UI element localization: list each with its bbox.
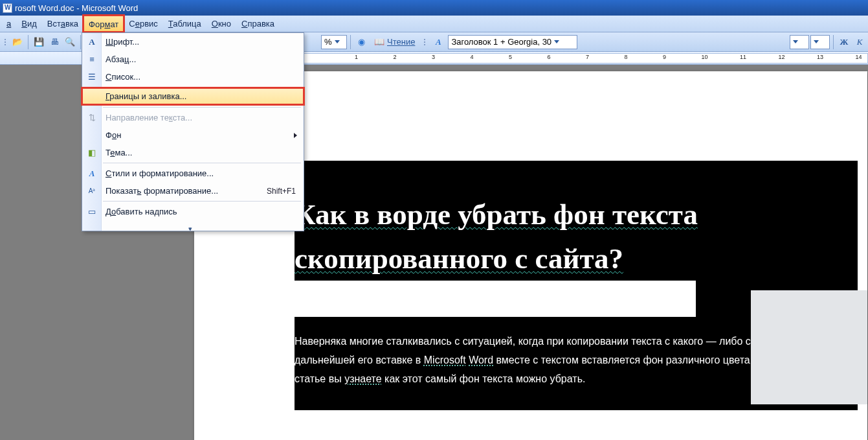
ruler-tick: 11 xyxy=(740,54,746,60)
menu-table[interactable]: Таблица xyxy=(163,16,206,32)
app-icon xyxy=(3,3,12,13)
menu-item-font[interactable]: A Шрифт... xyxy=(82,33,304,51)
chevron-down-icon xyxy=(554,40,559,43)
reading-view-button[interactable]: 📖 Чтение xyxy=(370,35,419,49)
toolbar-separator xyxy=(80,35,81,49)
menu-help[interactable]: Справка xyxy=(236,16,280,32)
save-button[interactable]: 💾 xyxy=(32,35,46,49)
menu-view[interactable]: Вид xyxy=(16,16,42,32)
help-button[interactable]: ◉ xyxy=(354,35,368,49)
menu-file-partial[interactable]: а xyxy=(1,16,16,32)
toolbar-grip-icon[interactable] xyxy=(423,39,427,45)
ruler-tick: 13 xyxy=(817,54,823,60)
ruler-tick: 3 xyxy=(432,54,435,60)
reading-label: Чтение xyxy=(387,37,415,47)
ruler-tick: 12 xyxy=(779,54,785,60)
italic-button[interactable]: К xyxy=(852,35,867,49)
print-button[interactable]: 🖶 xyxy=(47,35,61,49)
menu-format[interactable]: Формат xyxy=(83,16,124,32)
print-preview-button[interactable]: 🔍 xyxy=(63,35,77,49)
ruler-tick: 1 xyxy=(355,54,358,60)
ruler-tick: 14 xyxy=(856,54,862,60)
paragraph-icon: ≡ xyxy=(85,53,98,65)
style-combo[interactable]: Заголовок 1 + Georgia, 30 xyxy=(448,35,577,49)
chevron-down-icon xyxy=(793,40,798,43)
format-menu-dropdown: A Шрифт... ≡ Абзац... ☰ Список... Границ… xyxy=(82,32,304,65)
toolbar-grip-icon[interactable] xyxy=(3,39,7,45)
menu-window[interactable]: Окно xyxy=(206,16,236,32)
styles-pane-button[interactable]: A xyxy=(430,35,447,49)
font-icon: A xyxy=(85,36,98,49)
ruler-tick: 7 xyxy=(586,54,589,60)
ruler-tick: 10 xyxy=(702,54,708,60)
toolbar-separator xyxy=(833,35,834,49)
fontsize-combo[interactable] xyxy=(810,35,830,49)
ruler-tick: 9 xyxy=(663,54,666,60)
open-button[interactable]: 📂 xyxy=(10,35,25,49)
ruler-tick: 5 xyxy=(509,54,512,60)
ruler-tick: 2 xyxy=(394,54,397,60)
ruler-tick: 8 xyxy=(625,54,628,60)
chevron-down-icon xyxy=(814,40,819,43)
zoom-combo[interactable]: % xyxy=(321,35,347,49)
title-bar: rosoft Word.doc - Microsoft Word xyxy=(0,0,868,16)
font-combo[interactable] xyxy=(790,35,809,49)
menu-bar: а Вид Вставка Формат Сервис Таблица Окно… xyxy=(0,16,868,32)
window-title: rosoft Word.doc - Microsoft Word xyxy=(15,3,138,13)
toolbar-separator xyxy=(28,35,28,49)
ruler-tick: 6 xyxy=(548,54,551,60)
menu-tools[interactable]: Сервис xyxy=(124,16,163,32)
toolbar-separator xyxy=(350,35,351,49)
ruler-tick: 4 xyxy=(471,54,474,60)
menu-insert[interactable]: Вставка xyxy=(42,16,83,32)
chevron-down-icon xyxy=(335,40,340,43)
menu-item-paragraph[interactable]: ≡ Абзац... xyxy=(82,51,304,65)
bold-button[interactable]: Ж xyxy=(837,35,851,49)
